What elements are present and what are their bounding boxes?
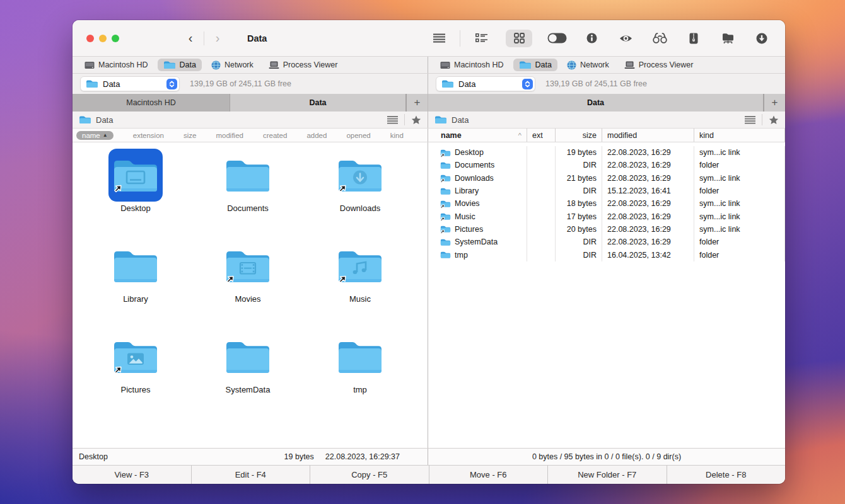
- hard-drive-icon: [84, 61, 95, 69]
- column-header-name[interactable]: name^: [436, 129, 527, 142]
- back-button[interactable]: ‹: [180, 30, 201, 47]
- delete-f8-button[interactable]: Delete - F8: [667, 466, 786, 484]
- file-tile-desktop[interactable]: Desktop: [79, 149, 192, 239]
- file-tile-downloads[interactable]: Downloads: [304, 149, 416, 239]
- right-path-select[interactable]: Data: [436, 76, 535, 91]
- table-row-documents[interactable]: Documents DIR 22.08.2023, 16:29 folder: [436, 159, 785, 171]
- view-header-data[interactable]: Data: [428, 94, 764, 112]
- tab-network[interactable]: Network: [561, 59, 615, 72]
- file-tile-pictures[interactable]: Pictures: [79, 330, 192, 421]
- sort-column-opened[interactable]: opened: [346, 132, 370, 139]
- column-header-modified[interactable]: modified: [602, 129, 694, 142]
- view-header-macintosh-hd[interactable]: Macintosh HD: [73, 94, 230, 112]
- view-header-data[interactable]: Data: [230, 94, 406, 112]
- tab-network[interactable]: Network: [206, 59, 259, 72]
- tab-process-viewer[interactable]: Process Viewer: [263, 59, 344, 71]
- sort-column-modified[interactable]: modified: [216, 132, 243, 139]
- close-window-button[interactable]: [86, 35, 94, 42]
- minimize-window-button[interactable]: [99, 35, 107, 42]
- table-row-desktop[interactable]: Desktop 19 bytes 22.08.2023, 16:29 sym..…: [436, 146, 785, 159]
- new-folder-f7-button[interactable]: New Folder - F7: [547, 466, 667, 484]
- left-sort-bar: name▲ extension size modified created ad…: [73, 129, 428, 142]
- show-hidden-eye-icon[interactable]: [616, 30, 635, 47]
- table-row-tmp[interactable]: tmp DIR 16.04.2025, 13:42 folder: [436, 248, 785, 261]
- full-view-icon[interactable]: [429, 30, 448, 47]
- left-icon-grid: Desktop Documents: [73, 142, 428, 421]
- archive-icon[interactable]: [684, 30, 703, 47]
- sort-column-name[interactable]: name▲: [76, 131, 114, 140]
- list-menu-icon[interactable]: [745, 116, 755, 124]
- column-header-ext[interactable]: ext: [527, 129, 556, 142]
- zoom-window-button[interactable]: [112, 35, 119, 42]
- traffic-lights: [86, 35, 119, 42]
- search-binoculars-icon[interactable]: [650, 30, 669, 47]
- file-tile-movies[interactable]: Movies: [192, 239, 304, 330]
- sort-column-size[interactable]: size: [184, 132, 196, 139]
- folder-icon: [224, 338, 272, 375]
- hard-drive-icon: [440, 61, 450, 69]
- toolbar-separator: [460, 30, 460, 47]
- file-tile-tmp[interactable]: tmp: [304, 330, 416, 421]
- sort-column-kind[interactable]: kind: [390, 132, 404, 139]
- right-file-list: Desktop 19 bytes 22.08.2023, 16:29 sym..…: [428, 142, 785, 261]
- sort-column-added[interactable]: added: [306, 132, 327, 139]
- download-icon[interactable]: [752, 30, 771, 47]
- folder-icon: [163, 60, 176, 69]
- status-selected-size: 19 bytes: [284, 452, 314, 461]
- icon-view-icon[interactable]: [506, 30, 532, 47]
- symlink-arrow-icon: [439, 203, 445, 209]
- left-path-select[interactable]: Data: [80, 76, 180, 91]
- tab-macintosh-hd[interactable]: Macintosh HD: [79, 59, 154, 71]
- column-header-size[interactable]: size: [556, 129, 602, 142]
- table-row-downloads[interactable]: Downloads 21 bytes 22.08.2023, 16:29 sym…: [436, 172, 785, 185]
- dual-pane-toggle-icon[interactable]: [547, 30, 567, 47]
- move-f6-button[interactable]: Move - F6: [429, 466, 548, 484]
- left-breadcrumb[interactable]: Data: [96, 115, 383, 125]
- view-f3-button[interactable]: View - F3: [73, 466, 191, 484]
- brief-view-icon[interactable]: [472, 30, 491, 47]
- sort-asc-icon: ▲: [103, 132, 108, 138]
- file-tile-systemdata[interactable]: SystemData: [192, 330, 304, 421]
- symlink-arrow-icon: [439, 228, 445, 234]
- file-tile-library[interactable]: Library: [79, 239, 192, 330]
- symlink-arrow-icon: [112, 364, 123, 375]
- folder-icon: [440, 251, 451, 259]
- copy-f5-button[interactable]: Copy - F5: [310, 466, 429, 484]
- folder-icon: [224, 156, 272, 194]
- add-tab-button[interactable]: +: [764, 94, 785, 112]
- edit-f4-button[interactable]: Edit - F4: [191, 466, 310, 484]
- folder-icon: [519, 60, 532, 69]
- table-row-pictures[interactable]: Pictures 20 bytes 22.08.2023, 16:29 sym.…: [436, 223, 785, 236]
- list-menu-icon[interactable]: [387, 116, 398, 124]
- tab-process-viewer[interactable]: Process Viewer: [619, 59, 699, 71]
- tab-data[interactable]: Data: [158, 59, 202, 71]
- table-row-music[interactable]: Music 17 bytes 22.08.2023, 16:29 sym...i…: [436, 210, 785, 222]
- add-tab-button[interactable]: +: [406, 94, 428, 112]
- sort-column-extension[interactable]: extension: [133, 132, 164, 139]
- tab-data[interactable]: Data: [513, 59, 557, 71]
- file-tile-documents[interactable]: Documents: [192, 149, 304, 239]
- laptop-icon: [624, 61, 635, 69]
- symlink-arrow-icon: [336, 182, 347, 193]
- favorites-star-icon[interactable]: [769, 115, 779, 125]
- folder-icon: [79, 115, 91, 124]
- file-tile-music[interactable]: Music: [304, 239, 416, 330]
- status-summary: 0 bytes / 95 bytes in 0 / 0 file(s). 0 /…: [532, 452, 681, 461]
- favorites-star-icon[interactable]: [411, 115, 421, 125]
- right-breadcrumb[interactable]: Data: [452, 115, 740, 125]
- nav-separator: [204, 32, 204, 45]
- table-row-movies[interactable]: Movies 18 bytes 22.08.2023, 16:29 sym...…: [436, 197, 785, 210]
- network-share-icon[interactable]: [718, 30, 737, 47]
- left-status-bar: Desktop 19 bytes 22.08.2023, 16:29:37: [73, 449, 428, 465]
- tab-macintosh-hd[interactable]: Macintosh HD: [434, 59, 510, 71]
- folder-icon: [440, 238, 451, 246]
- laptop-icon: [269, 61, 279, 69]
- info-icon[interactable]: [582, 30, 601, 47]
- left-tab-strip: Macintosh HD Data Network Process Viewer: [73, 57, 428, 73]
- forward-button[interactable]: ›: [207, 30, 228, 47]
- table-row-systemdata[interactable]: SystemData DIR 22.08.2023, 16:29 folder: [436, 236, 785, 248]
- symlink-arrow-icon: [439, 152, 445, 158]
- column-header-kind[interactable]: kind: [694, 129, 785, 142]
- table-row-library[interactable]: Library DIR 15.12.2023, 16:41 folder: [436, 185, 785, 197]
- sort-column-created[interactable]: created: [263, 132, 287, 139]
